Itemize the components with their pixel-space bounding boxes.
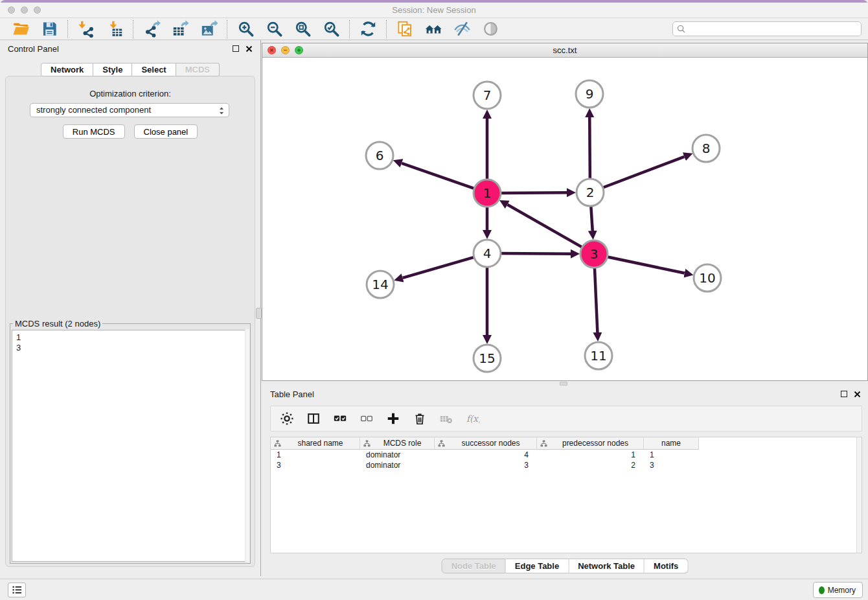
table-scrollbar[interactable]	[856, 437, 862, 553]
node-2[interactable]: 2	[577, 179, 604, 206]
close-panel-button[interactable]: Close panel	[134, 124, 198, 139]
edge-2-8[interactable]	[602, 157, 685, 188]
export-table-button[interactable]	[171, 20, 189, 38]
mcds-panel: Optimization criterion: strongly connect…	[5, 76, 255, 567]
edge-2-3[interactable]	[591, 205, 593, 231]
edge-2-9[interactable]	[589, 117, 590, 180]
table-row[interactable]: 3dominator323	[271, 460, 862, 470]
table-cell: 4	[435, 450, 537, 460]
table-cell: 2	[537, 460, 644, 470]
table-cell: dominator	[360, 460, 435, 470]
vertical-split-handle[interactable]	[256, 308, 262, 319]
zoom-selected-button[interactable]	[322, 20, 340, 38]
column-header-successor-nodes[interactable]: successor nodes	[435, 437, 537, 450]
zoom-in-button[interactable]	[236, 20, 255, 38]
deselect-all-button[interactable]	[359, 411, 374, 426]
search-input[interactable]	[689, 25, 857, 34]
node-9[interactable]: 9	[576, 80, 603, 108]
first-neighbors-button[interactable]	[424, 20, 442, 38]
column-header-predecessor-nodes[interactable]: predecessor nodes	[537, 437, 644, 450]
network-canvas[interactable]: 1234678910111415	[262, 58, 867, 380]
tab-mcds[interactable]: MCDS	[176, 63, 220, 76]
network-zoom-light[interactable]	[295, 46, 303, 54]
node-14[interactable]: 14	[367, 271, 394, 298]
zoom-fit-button[interactable]	[293, 20, 312, 38]
tab-motifs[interactable]: Motifs	[645, 559, 688, 573]
column-label: shared name	[284, 439, 356, 448]
node-7[interactable]: 7	[474, 82, 501, 109]
tab-network[interactable]: Network	[41, 63, 93, 76]
table-settings-button[interactable]	[279, 411, 295, 426]
node-10[interactable]: 10	[694, 264, 721, 292]
show-columns-button[interactable]	[306, 411, 321, 426]
select-all-button[interactable]	[332, 411, 348, 426]
edge-3-10[interactable]	[606, 257, 685, 273]
column-header-name[interactable]: name	[644, 437, 699, 450]
tab-select[interactable]: Select	[132, 63, 176, 76]
edge-4-3[interactable]	[499, 253, 571, 254]
node-label: 10	[699, 270, 715, 286]
close-window-light[interactable]	[8, 6, 15, 14]
save-session-button[interactable]	[40, 20, 58, 38]
delete-table-button[interactable]	[439, 411, 454, 426]
column-header-shared-name[interactable]: shared name	[271, 437, 360, 450]
column-header-MCDS-role[interactable]: MCDS role	[360, 437, 435, 450]
table-cell: 3	[435, 460, 537, 470]
toolbar-group	[68, 20, 133, 38]
delete-column-button[interactable]	[412, 411, 428, 426]
tab-network-table[interactable]: Network Table	[569, 559, 645, 573]
edge-3-11[interactable]	[595, 266, 598, 332]
result-scrollbar[interactable]	[245, 329, 249, 562]
export-image-button[interactable]	[200, 20, 218, 38]
table-row[interactable]: 1dominator411	[271, 450, 862, 460]
tab-style[interactable]: Style	[93, 63, 132, 76]
hide-selected-button[interactable]	[453, 20, 471, 38]
column-label: predecessor nodes	[551, 439, 640, 448]
zoom-out-button[interactable]	[265, 20, 283, 38]
table-cell: 1	[537, 450, 644, 460]
network-minimize-light[interactable]	[281, 46, 290, 54]
node-1[interactable]: 1	[474, 179, 501, 207]
node-8[interactable]: 8	[692, 135, 720, 162]
edge-3-1[interactable]	[507, 205, 583, 248]
apply-layout-button[interactable]	[359, 20, 377, 38]
show-all-button[interactable]	[481, 20, 499, 38]
import-table-button[interactable]	[106, 20, 124, 38]
task-history-button[interactable]	[8, 583, 26, 597]
column-label: MCDS role	[374, 439, 431, 448]
edge-1-6[interactable]	[402, 163, 475, 189]
node-label: 9	[586, 86, 594, 102]
node-4[interactable]: 4	[474, 240, 501, 267]
tab-edge-table[interactable]: Edge Table	[506, 559, 569, 573]
control-panel-tabs: NetworkStyleSelectMCDS	[0, 63, 260, 76]
tab-node-table[interactable]: Node Table	[442, 559, 506, 573]
copy-network-button[interactable]	[396, 20, 414, 38]
criterion-select[interactable]: strongly connected component	[30, 103, 229, 117]
export-network-button[interactable]	[143, 20, 161, 38]
zoom-window-light[interactable]	[34, 6, 41, 14]
zoom-in-icon	[237, 20, 255, 38]
edge-1-2[interactable]	[499, 192, 567, 193]
open-session-button[interactable]	[12, 20, 30, 38]
float-table-panel-icon[interactable]	[841, 391, 847, 397]
network-title: scc.txt	[262, 43, 867, 57]
float-panel-icon[interactable]	[233, 45, 239, 52]
import-network-button[interactable]	[77, 20, 95, 38]
add-column-button[interactable]	[385, 411, 401, 426]
function-builder-button[interactable]: f(x)	[465, 411, 481, 426]
search-box[interactable]	[672, 21, 862, 36]
open-folder-icon	[12, 20, 30, 38]
node-6[interactable]: 6	[366, 142, 393, 169]
minimize-window-light[interactable]	[21, 6, 28, 14]
memory-button[interactable]: Memory	[813, 582, 863, 598]
node-15[interactable]: 15	[474, 345, 501, 372]
node-11[interactable]: 11	[585, 342, 612, 369]
network-close-light[interactable]	[268, 46, 276, 54]
edge-4-14[interactable]	[403, 257, 475, 278]
node-3[interactable]: 3	[580, 240, 608, 268]
close-panel-icon[interactable]	[246, 45, 253, 52]
close-table-panel-icon[interactable]	[854, 391, 861, 398]
node-label: 15	[479, 351, 495, 366]
toolbar-group	[350, 20, 387, 38]
run-mcds-button[interactable]: Run MCDS	[63, 124, 125, 139]
